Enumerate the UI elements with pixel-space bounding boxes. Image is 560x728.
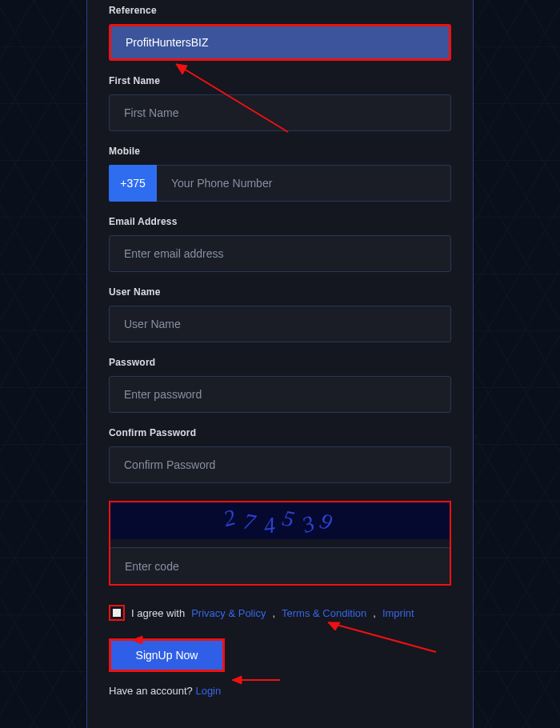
confirm-password-input[interactable]: [109, 446, 451, 483]
captcha-char: 7: [242, 509, 260, 537]
imprint-link[interactable]: Imprint: [382, 607, 414, 619]
captcha-input[interactable]: [110, 547, 450, 584]
login-link[interactable]: Login: [195, 685, 221, 697]
have-account-text: Have an account?: [109, 685, 193, 697]
signup-button[interactable]: SignUp Now: [109, 638, 225, 672]
terms-link[interactable]: Terms & Condition: [282, 607, 366, 619]
first-name-label: First Name: [109, 75, 451, 86]
privacy-link[interactable]: Privacy & Policy: [191, 607, 266, 619]
username-input[interactable]: [109, 306, 451, 342]
phone-prefix-select[interactable]: +375: [109, 165, 157, 202]
captcha-image: 2 7 4 5 3 9: [110, 502, 450, 539]
captcha-char: 4: [262, 512, 280, 539]
separator: ,: [272, 607, 275, 619]
phone-input[interactable]: [157, 165, 451, 202]
agree-checkbox[interactable]: [109, 605, 125, 621]
first-name-input[interactable]: [109, 94, 451, 131]
have-account-row: Have an account? Login: [109, 685, 451, 697]
agree-text: I agree with: [131, 607, 185, 619]
captcha-char: 2: [221, 503, 242, 532]
email-input[interactable]: [109, 235, 451, 272]
email-label: Email Address: [109, 216, 451, 227]
signup-form-panel: Reference First Name Mobile +375 Email A…: [86, 0, 474, 728]
reference-input[interactable]: [109, 24, 451, 61]
captcha-section: 2 7 4 5 3 9: [109, 501, 451, 586]
username-label: User Name: [109, 286, 451, 298]
password-label: Password: [109, 357, 451, 368]
password-input[interactable]: [109, 376, 451, 413]
captcha-char: 3: [298, 510, 321, 538]
mobile-label: Mobile: [109, 146, 451, 157]
captcha-char: 9: [317, 508, 338, 537]
reference-label: Reference: [109, 5, 451, 16]
confirm-password-label: Confirm Password: [109, 427, 451, 438]
agree-row: I agree with Privacy & Policy , Terms & …: [109, 605, 451, 621]
captcha-char: 5: [280, 506, 299, 534]
separator: ,: [373, 607, 376, 619]
checkbox-filled-icon: [113, 609, 121, 617]
